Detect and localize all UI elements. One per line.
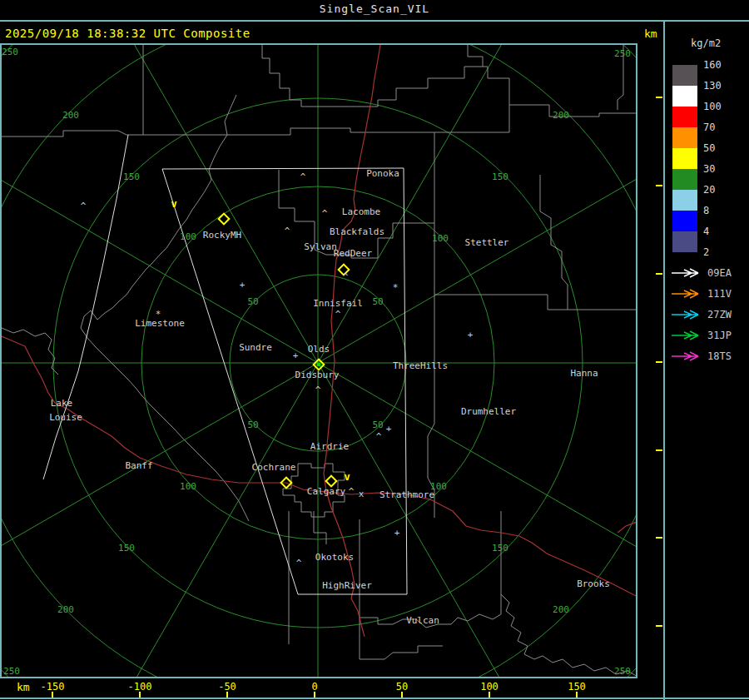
x-axis-tick-mark: [226, 692, 228, 698]
colorbar: [672, 65, 697, 252]
plus-marker-icon: [394, 528, 400, 539]
colorbar-value-label: 8: [703, 201, 722, 221]
range-ring-label: 200: [62, 110, 79, 121]
bottom-border: [0, 698, 749, 699]
city-label: Lake: [51, 398, 73, 409]
x-axis-tick-label: 150: [568, 681, 586, 693]
x-marker-icon: [359, 489, 365, 499]
range-ring-label: 200: [553, 110, 569, 121]
plus-marker-icon: [468, 330, 474, 340]
x-axis-tick-label: -50: [218, 681, 236, 693]
town-caret-icon: [81, 201, 87, 211]
range-ring-label: 200: [553, 604, 569, 615]
track-arrow-icon: [671, 289, 701, 299]
colorbar-value-label: 4: [703, 221, 722, 242]
range-ring-label: 200: [57, 604, 74, 615]
city-label: Brooks: [577, 578, 610, 589]
colorbar-swatch: [672, 127, 697, 148]
track-legend-row: 27ZW: [671, 304, 732, 325]
city-label: ThreeHills: [393, 360, 448, 371]
town-caret-icon: [300, 171, 306, 182]
colorbar-swatch: [672, 190, 697, 211]
town-caret-icon: [349, 486, 355, 497]
colorbar-value-label: 100: [703, 97, 722, 117]
star-marker-icon: [156, 309, 161, 320]
colorbar-value-label: 160: [703, 55, 722, 76]
city-label: Didsbury: [295, 370, 340, 380]
track-id-label: 31JP: [707, 330, 732, 341]
city-label: Okotoks: [315, 552, 354, 563]
plus-marker-icon: [386, 424, 392, 434]
radar-center-dot-icon: [317, 363, 320, 366]
town-caret-icon: [376, 431, 382, 442]
y-axis-tick-mark: [656, 449, 662, 451]
colorbar-values: 16013010070503020842: [703, 55, 722, 263]
track-legend-row: 18TS: [671, 345, 732, 366]
town-caret-icon: [335, 309, 341, 320]
colorbar-swatch: [672, 211, 697, 231]
colorbar-swatch: [672, 107, 697, 127]
track-id-label: 18TS: [707, 350, 732, 362]
track-legend-row: 31JP: [671, 325, 732, 345]
range-ring-label: 250: [614, 666, 631, 677]
track-legend-row: 111V: [671, 283, 732, 304]
track-legend-row: 09EA: [671, 262, 732, 283]
colorbar-swatch: [672, 148, 697, 169]
colorbar-value-label: 50: [703, 138, 722, 159]
colorbar-swatch: [672, 169, 697, 190]
track-arrow-icon: [671, 330, 701, 340]
range-ring-label: 50: [372, 296, 383, 307]
city-label: Stettler: [465, 237, 509, 248]
track-id-label: 27ZW: [707, 309, 732, 320]
city-label: Sundre: [239, 342, 272, 353]
legend-divider: [663, 22, 665, 700]
colorbar-value-label: 20: [703, 180, 722, 201]
town-caret-icon: [296, 558, 302, 568]
y-axis-tick-mark: [656, 537, 662, 539]
range-ring-label: 100: [432, 233, 449, 244]
y-axis-tick-mark: [656, 97, 662, 98]
colorbar-value-label: 130: [703, 76, 722, 97]
down-arrow-icon: [171, 198, 176, 210]
range-ring-label: 50: [247, 420, 258, 430]
track-legend: 09EA 111V 27ZW 31JP 18TS: [671, 262, 732, 366]
range-ring-label: 250: [2, 47, 18, 57]
scan-timestamp: 2025/09/18 18:38:32 UTC Composite: [5, 27, 250, 40]
city-label: Strathmore: [379, 489, 434, 500]
highways: [2, 45, 637, 637]
y-axis-tick-mark: [656, 185, 662, 186]
radar-coverage-outline: [43, 135, 407, 594]
colorbar-swatch: [672, 231, 697, 252]
track-arrow-icon: [671, 351, 701, 361]
city-label: Calgary: [307, 486, 345, 497]
colorbar-value-label: 2: [703, 242, 722, 263]
x-axis-tick-label: -100: [128, 681, 152, 693]
range-ring-label: 150: [118, 543, 135, 554]
x-axis-tick-label: 50: [396, 681, 408, 693]
range-ring-label: 50: [372, 420, 383, 430]
city-label: Banff: [125, 460, 152, 471]
city-label: Louise: [49, 412, 82, 423]
town-caret-icon: [315, 385, 321, 395]
range-ring-label: 150: [123, 171, 140, 182]
colorbar-value-label: 70: [703, 117, 722, 138]
range-ring-label: 100: [180, 231, 196, 242]
track-arrow-icon: [671, 268, 701, 278]
city-label: Olds: [308, 344, 330, 355]
city-label: Blackfalds: [330, 226, 384, 237]
city-label: Hanna: [570, 368, 598, 379]
track-arrow-icon: [671, 310, 701, 320]
range-ring-label: 150: [492, 171, 508, 182]
town-caret-icon: [343, 271, 349, 282]
range-ring-label: 100: [180, 481, 196, 492]
plus-marker-icon: [240, 280, 246, 290]
track-id-label: 09EA: [707, 267, 732, 279]
x-axis-tick-mark: [576, 692, 578, 698]
colorbar-unit: kg/m2: [691, 37, 721, 49]
city-label: Lacombe: [342, 206, 380, 217]
right-axis-unit: km: [644, 27, 657, 40]
city-label: Cochrane: [252, 462, 296, 473]
radar-map[interactable]: 2502001501005025020015010050501001502002…: [0, 43, 637, 678]
x-axis-tick-label: 0: [311, 681, 317, 693]
city-label: Drumheller: [461, 406, 516, 417]
